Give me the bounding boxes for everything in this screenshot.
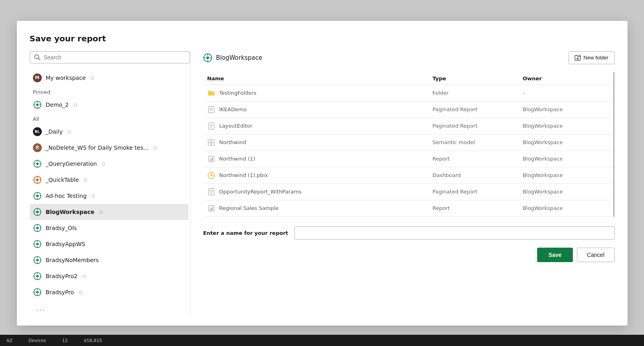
search-box[interactable]: [30, 51, 190, 63]
bradsy-label: Bradsy_Ols: [46, 225, 77, 231]
file-name-cell: OpportunityReport_WithParams: [207, 188, 425, 196]
dashboard-icon: [207, 171, 215, 179]
new-folder-icon: [574, 55, 581, 61]
file-name: Northwind (1).pbix: [219, 172, 268, 178]
svg-rect-88: [212, 157, 213, 161]
dialog-body: M My workspace ◇ Pinned Demo_2 ◇ All: [30, 51, 615, 316]
col-header-name: Name: [203, 72, 429, 85]
file-name-cell: IKEADemo: [207, 106, 425, 114]
file-table: Name Type Owner TestingFolders Folder -: [203, 72, 613, 217]
cancel-button[interactable]: Cancel: [577, 248, 615, 262]
report-name-input[interactable]: [294, 226, 614, 240]
bradsy-icon: [33, 224, 42, 232]
sidebar-item-demo2[interactable]: Demo_2 ◇: [30, 97, 188, 113]
table-row[interactable]: Northwind Semantic model BlogWorkspace: [203, 134, 613, 151]
file-type: Paginated Report: [429, 101, 519, 118]
table-row[interactable]: Northwind (1).pbix Dashboard BlogWorkspa…: [203, 167, 613, 183]
demo2-diamond: ◇: [74, 102, 77, 108]
table-row[interactable]: IKEADemo Paginated Report BlogWorkspace: [203, 101, 613, 118]
my-workspace-label: My workspace: [46, 75, 86, 81]
file-name: OpportunityReport_WithParams: [219, 189, 302, 195]
bradsypro-icon: [33, 288, 42, 297]
dialog-title: Save your report: [30, 34, 615, 43]
sidebar-item-bradsypro2[interactable]: BradsyPro2 ◇: [30, 268, 188, 284]
file-type: Dashboard: [429, 167, 519, 183]
svg-point-27: [36, 211, 39, 213]
all-section-label: All: [30, 113, 188, 124]
daily-label: _Daily: [46, 128, 63, 135]
taskbar-item-price: $58,815: [84, 338, 102, 343]
sidebar-item-quicktable[interactable]: _QuickTable ◇: [30, 172, 188, 188]
table-row[interactable]: Regional Sales Sample Report BlogWorkspa…: [203, 200, 613, 216]
sidebar-item-query[interactable]: _QueryGeneration ◇: [30, 156, 188, 172]
blogworkspace-label: BlogWorkspace: [46, 209, 94, 215]
col-header-owner: Owner: [519, 72, 613, 85]
sidebar-item-bradsyapp[interactable]: BradsyAppWS: [30, 236, 188, 252]
blogworkspace-icon: [33, 208, 42, 216]
svg-rect-86: [210, 159, 211, 161]
file-type: Report: [429, 200, 519, 216]
sidebar-item-bradsypro[interactable]: BradsyPro ◇: [30, 284, 188, 300]
sidebar-item-my-workspace[interactable]: M My workspace ◇: [30, 70, 188, 86]
sidebar-item-daily[interactable]: BL _Daily ◇: [30, 124, 188, 140]
taskbar-item-devices: Devices: [29, 338, 46, 343]
report-icon: [207, 204, 215, 212]
folder-icon: [207, 89, 215, 97]
sidebar-item-bradsyno[interactable]: BradsyNoMembers: [30, 252, 188, 268]
report-icon: [207, 155, 215, 163]
svg-rect-87: [211, 158, 212, 161]
svg-point-51: [36, 275, 39, 277]
file-name-cell: Regional Sales Sample: [207, 204, 425, 212]
save-button[interactable]: Save: [537, 248, 573, 262]
table-row[interactable]: LayoutEditor Paginated Report BlogWorksp…: [203, 118, 613, 134]
taskbar-item-az: AZ: [6, 338, 12, 343]
new-folder-button[interactable]: New folder: [568, 51, 614, 64]
file-name-cell: Northwind (1): [207, 155, 425, 163]
file-owner: BlogWorkspace: [519, 200, 613, 216]
svg-line-1: [38, 58, 40, 60]
save-report-dialog: Save your report M My workspace ◇: [17, 21, 628, 326]
sidebar-item-nodelete[interactable]: 🐶 _NoDelete_WS for Daily Smoke tes... ◇: [30, 140, 188, 156]
report-name-row: Enter a name for your report: [203, 226, 615, 240]
svg-rect-84: [212, 143, 215, 146]
file-name-cell: Northwind (1).pbix: [207, 171, 425, 179]
svg-rect-81: [208, 139, 211, 142]
report-name-label: Enter a name for your report: [203, 230, 288, 236]
svg-point-45: [36, 259, 39, 261]
table-row[interactable]: Northwind (1) Report BlogWorkspace: [203, 151, 613, 167]
search-input[interactable]: [44, 54, 186, 61]
pinned-section-label: Pinned: [30, 86, 188, 97]
file-owner: BlogWorkspace: [519, 134, 613, 151]
new-folder-label: New folder: [583, 55, 608, 61]
bradsypro-label: BradsyPro: [46, 289, 74, 295]
semantic-model-icon: [207, 138, 215, 147]
table-row[interactable]: OpportunityReport_WithParams Paginated R…: [203, 183, 613, 200]
file-owner: BlogWorkspace: [519, 183, 613, 200]
bradsypro2-diamond: ◇: [82, 273, 86, 279]
nodelete-label: _NoDelete_WS for Daily Smoke tes...: [46, 145, 149, 151]
adhoc-diamond: ◇: [92, 193, 95, 199]
sidebar-item-blogworkspace[interactable]: BlogWorkspace ◇: [30, 204, 188, 220]
svg-rect-83: [208, 143, 211, 146]
bradsyapp-icon: [33, 240, 42, 248]
file-type: Paginated Report: [429, 183, 519, 200]
current-workspace-name: BlogWorkspace: [216, 54, 262, 61]
search-icon: [34, 54, 41, 61]
svg-point-21: [36, 195, 39, 197]
file-owner: BlogWorkspace: [519, 118, 613, 134]
bradsyno-icon: [33, 256, 42, 265]
table-row[interactable]: TestingFolders Folder -: [203, 85, 613, 101]
file-name: Northwind (1): [219, 156, 256, 162]
svg-point-57: [36, 291, 39, 293]
my-workspace-diamond: ◇: [90, 75, 94, 81]
file-owner: -: [519, 85, 613, 101]
file-owner: BlogWorkspace: [519, 167, 613, 183]
quicktable-diamond: ◇: [84, 177, 87, 183]
taskbar-item-12: 12: [62, 338, 67, 343]
current-workspace-header: BlogWorkspace: [203, 53, 262, 62]
bradsyapp-label: BradsyAppWS: [46, 241, 86, 247]
paginated-report-icon: [207, 106, 215, 114]
sidebar-item-adhoc[interactable]: Ad-hoc Testing ◇: [30, 188, 188, 204]
sidebar-item-bradsy[interactable]: Bradsy_Ols: [30, 220, 188, 236]
svg-point-33: [36, 227, 39, 229]
